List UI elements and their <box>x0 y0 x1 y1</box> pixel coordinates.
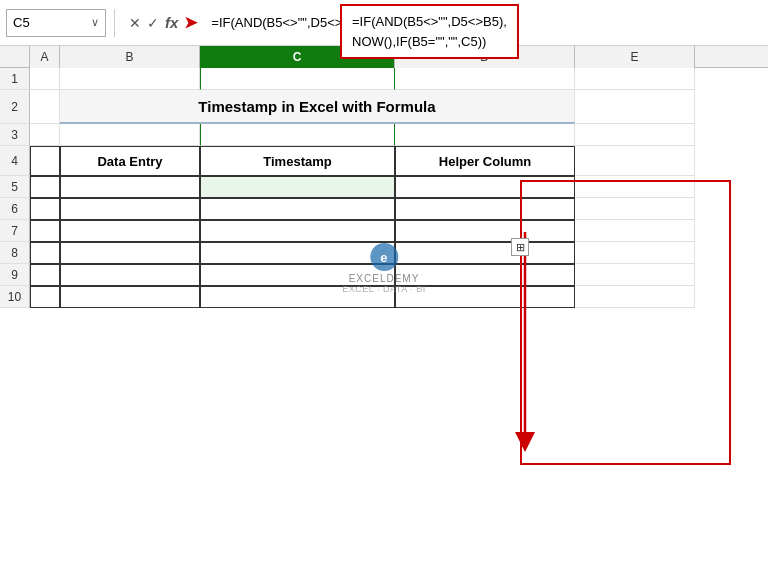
watermark-tagline: EXCEL · DATA · BI <box>342 284 425 294</box>
row-2: 2 Timestamp in Excel with Formula <box>0 90 768 124</box>
cell-b3[interactable] <box>60 124 200 146</box>
cell-e10[interactable] <box>575 286 695 308</box>
cell-a9[interactable] <box>30 264 60 286</box>
fx-icon[interactable]: fx <box>165 14 178 31</box>
cell-a7[interactable] <box>30 220 60 242</box>
header-helper-column: Helper Column <box>439 154 531 169</box>
watermark-logo-text: e <box>380 250 387 265</box>
cell-e2[interactable] <box>575 90 695 124</box>
watermark-icon: e <box>370 243 398 271</box>
corner-cell <box>0 46 30 67</box>
row-6: 6 <box>0 198 768 220</box>
cell-a8[interactable] <box>30 242 60 264</box>
cell-c1[interactable] <box>200 68 395 90</box>
cell-a6[interactable] <box>30 198 60 220</box>
cell-b4[interactable]: Data Entry <box>60 146 200 176</box>
confirm-icon[interactable]: ✓ <box>147 15 159 31</box>
cell-a4[interactable] <box>30 146 60 176</box>
cell-e1[interactable] <box>575 68 695 90</box>
name-box[interactable]: C5 ∨ <box>6 9 106 37</box>
cell-a1[interactable] <box>30 68 60 90</box>
row-1: 1 <box>0 68 768 90</box>
cell-c4[interactable]: Timestamp <box>200 146 395 176</box>
cancel-icon[interactable]: ✕ <box>129 15 141 31</box>
row-header-6: 6 <box>0 198 30 220</box>
cell-b9[interactable] <box>60 264 200 286</box>
formula-bar-divider <box>114 9 115 37</box>
cell-e3[interactable] <box>575 124 695 146</box>
cell-b5[interactable] <box>60 176 200 198</box>
header-timestamp: Timestamp <box>263 154 331 169</box>
cell-b10[interactable] <box>60 286 200 308</box>
cell-b6[interactable] <box>60 198 200 220</box>
watermark: e exceldemy EXCEL · DATA · BI <box>342 243 425 294</box>
cell-b7[interactable] <box>60 220 200 242</box>
cell-d7[interactable] <box>395 220 575 242</box>
spreadsheet-container: A B C D E 1 2 Timestamp in Excel with Fo… <box>0 46 768 308</box>
row-header-10: 10 <box>0 286 30 308</box>
cell-b2-merged[interactable]: Timestamp in Excel with Formula <box>60 90 575 124</box>
cell-c6[interactable] <box>200 198 395 220</box>
cell-reference: C5 <box>13 15 91 30</box>
cell-e5[interactable] <box>575 176 695 198</box>
row-header-9: 9 <box>0 264 30 286</box>
row-header-7: 7 <box>0 220 30 242</box>
cell-d5[interactable] <box>395 176 575 198</box>
cell-c5[interactable] <box>200 176 395 198</box>
cell-d1[interactable] <box>395 68 575 90</box>
row-header-3: 3 <box>0 124 30 146</box>
row-header-8: 8 <box>0 242 30 264</box>
cell-d6[interactable] <box>395 198 575 220</box>
row-7: 7 <box>0 220 768 242</box>
cell-e6[interactable] <box>575 198 695 220</box>
row-5: 5 <box>0 176 768 198</box>
cell-d3[interactable] <box>395 124 575 146</box>
name-box-dropdown-icon[interactable]: ∨ <box>91 16 99 29</box>
cell-b8[interactable] <box>60 242 200 264</box>
col-header-a[interactable]: A <box>30 46 60 68</box>
row-header-5: 5 <box>0 176 30 198</box>
cell-a10[interactable] <box>30 286 60 308</box>
cell-c3[interactable] <box>200 124 395 146</box>
formula-arrow-icon: ➤ <box>184 13 197 32</box>
spreadsheet-title: Timestamp in Excel with Formula <box>198 98 435 115</box>
header-data-entry: Data Entry <box>97 154 162 169</box>
col-header-b[interactable]: B <box>60 46 200 68</box>
row-4: 4 Data Entry Timestamp Helper Column <box>0 146 768 176</box>
cell-c7[interactable] <box>200 220 395 242</box>
cell-a2[interactable] <box>30 90 60 124</box>
row-header-2: 2 <box>0 90 30 124</box>
cell-d4[interactable]: Helper Column <box>395 146 575 176</box>
cell-a3[interactable] <box>30 124 60 146</box>
formula-bar-controls: ✕ ✓ fx ➤ <box>123 13 203 32</box>
cell-e8[interactable] <box>575 242 695 264</box>
cell-e9[interactable] <box>575 264 695 286</box>
row-header-1: 1 <box>0 68 30 90</box>
cell-e7[interactable] <box>575 220 695 242</box>
row-header-4: 4 <box>0 146 30 176</box>
row-3: 3 <box>0 124 768 146</box>
cell-b1[interactable] <box>60 68 200 90</box>
formula-tooltip: =IF(AND(B5<>"",D5<>B5), NOW(),IF(B5="","… <box>340 4 519 59</box>
watermark-brand: exceldemy <box>349 273 420 284</box>
cell-e4[interactable] <box>575 146 695 176</box>
cell-a5[interactable] <box>30 176 60 198</box>
col-header-e[interactable]: E <box>575 46 695 68</box>
